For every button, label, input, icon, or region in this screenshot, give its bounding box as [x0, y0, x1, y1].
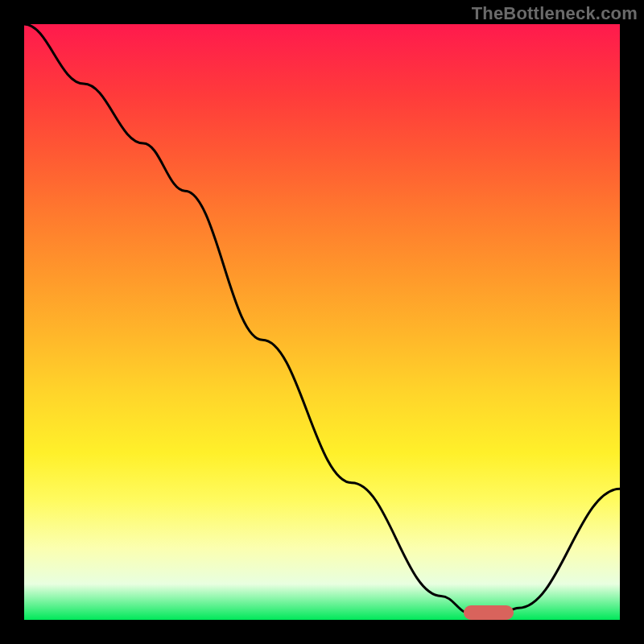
- plot-area: [24, 24, 620, 620]
- watermark-label: TheBottleneck.com: [472, 3, 638, 24]
- bottleneck-curve-line: [24, 24, 620, 614]
- bottleneck-chart: TheBottleneck.com: [0, 0, 644, 644]
- curve-layer: [24, 24, 620, 620]
- optimal-point-marker: [464, 605, 514, 620]
